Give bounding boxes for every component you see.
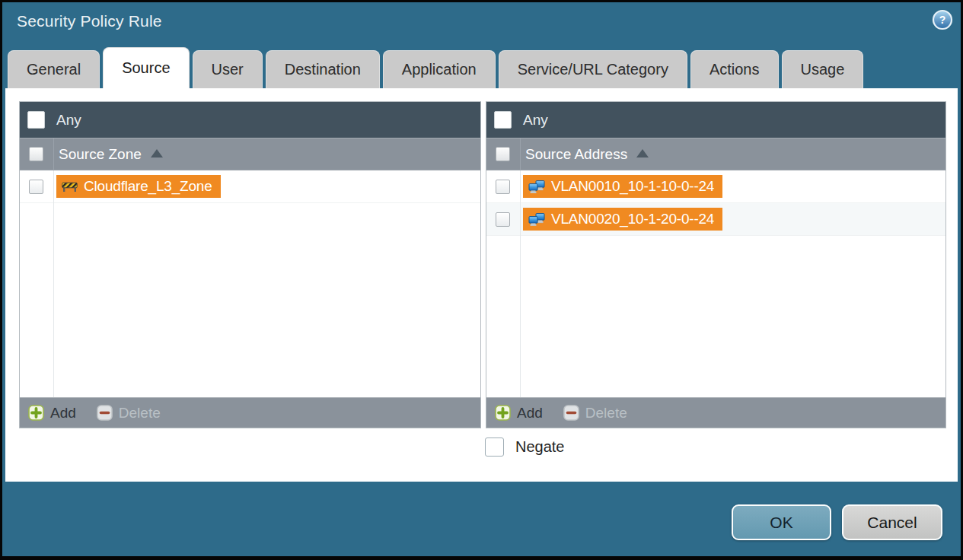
source-address-column-header[interactable]: Source Address	[486, 138, 945, 170]
add-button[interactable]: Add	[28, 405, 76, 422]
column-header-label: Source Zone	[59, 146, 142, 163]
cancel-button[interactable]: Cancel	[842, 504, 942, 540]
add-icon	[28, 405, 44, 421]
tab-user[interactable]: User	[193, 50, 263, 88]
svg-text:?: ?	[939, 14, 946, 26]
sort-ascending-icon	[636, 149, 649, 158]
source-address-any-header: Any	[486, 102, 945, 138]
security-policy-rule-dialog: Security Policy Rule ? General Source Us…	[0, 0, 963, 560]
add-icon	[495, 405, 511, 421]
source-zone-list: Cloudflare_L3_Zone	[20, 170, 480, 397]
column-header-label: Source Address	[525, 146, 627, 163]
any-checkbox[interactable]	[27, 111, 45, 129]
dialog-content: Any Source Zone Cloudflare_L3_Zone	[5, 88, 958, 482]
column-divider	[53, 138, 54, 170]
source-address-list: VLAN0010_10-1-10-0--24 VLAN0020_10-1-20-…	[486, 170, 945, 397]
delete-icon	[563, 405, 579, 421]
column-divider	[53, 170, 54, 397]
source-zone-any-header: Any	[20, 102, 480, 138]
source-zone-footer: Add Delete	[20, 397, 480, 428]
address-object-tag: VLAN0010_10-1-10-0--24	[523, 175, 722, 198]
row-label: Cloudflare_L3_Zone	[84, 178, 212, 195]
zone-icon	[62, 181, 78, 192]
select-all-checkbox[interactable]	[496, 147, 510, 161]
any-label: Any	[523, 112, 548, 129]
source-zone-column-header[interactable]: Source Zone	[20, 138, 480, 170]
delete-button[interactable]: Delete	[563, 405, 627, 422]
address-object-tag: VLAN0020_10-1-20-0--24	[523, 208, 722, 231]
any-label: Any	[56, 112, 81, 129]
source-address-panel: Any Source Address VLAN0010_10-1-10-0	[486, 101, 946, 428]
row-label: VLAN0020_10-1-20-0--24	[551, 211, 714, 228]
tab-general[interactable]: General	[8, 50, 100, 88]
dialog-title: Security Policy Rule	[17, 12, 162, 30]
tab-actions[interactable]: Actions	[690, 50, 779, 88]
row-label: VLAN0010_10-1-10-0--24	[551, 178, 714, 195]
add-button[interactable]: Add	[495, 405, 543, 422]
any-checkbox[interactable]	[494, 111, 512, 129]
column-divider	[520, 138, 521, 170]
negate-checkbox[interactable]	[485, 438, 504, 457]
add-label: Add	[50, 405, 76, 422]
tab-source[interactable]: Source	[103, 47, 189, 88]
delete-label: Delete	[585, 405, 627, 422]
negate-row: Negate	[485, 438, 565, 457]
source-address-footer: Add Delete	[486, 397, 945, 428]
table-row[interactable]: VLAN0010_10-1-10-0--24	[486, 170, 945, 203]
address-icon	[528, 180, 545, 193]
help-icon[interactable]: ?	[932, 9, 953, 30]
tab-service-url-category[interactable]: Service/URL Category	[499, 50, 687, 88]
tab-bar: General Source User Destination Applicat…	[5, 47, 958, 88]
column-divider	[520, 170, 521, 397]
row-checkbox[interactable]	[496, 180, 510, 194]
tab-usage[interactable]: Usage	[782, 50, 864, 88]
select-all-checkbox[interactable]	[29, 147, 43, 161]
ok-button[interactable]: OK	[732, 504, 831, 540]
table-row[interactable]: Cloudflare_L3_Zone	[20, 170, 480, 203]
sort-ascending-icon	[151, 149, 163, 158]
negate-label: Negate	[515, 438, 565, 456]
tab-destination[interactable]: Destination	[266, 50, 380, 88]
delete-icon	[97, 405, 113, 421]
zone-object-tag: Cloudflare_L3_Zone	[56, 175, 221, 198]
source-zone-panel: Any Source Zone Cloudflare_L3_Zone	[19, 101, 481, 428]
row-checkbox[interactable]	[496, 212, 510, 227]
delete-label: Delete	[119, 405, 161, 422]
delete-button[interactable]: Delete	[97, 405, 161, 422]
add-label: Add	[517, 405, 543, 422]
row-checkbox[interactable]	[29, 180, 43, 194]
tab-application[interactable]: Application	[383, 50, 496, 88]
address-icon	[528, 213, 545, 226]
table-row[interactable]: VLAN0020_10-1-20-0--24	[486, 203, 945, 236]
